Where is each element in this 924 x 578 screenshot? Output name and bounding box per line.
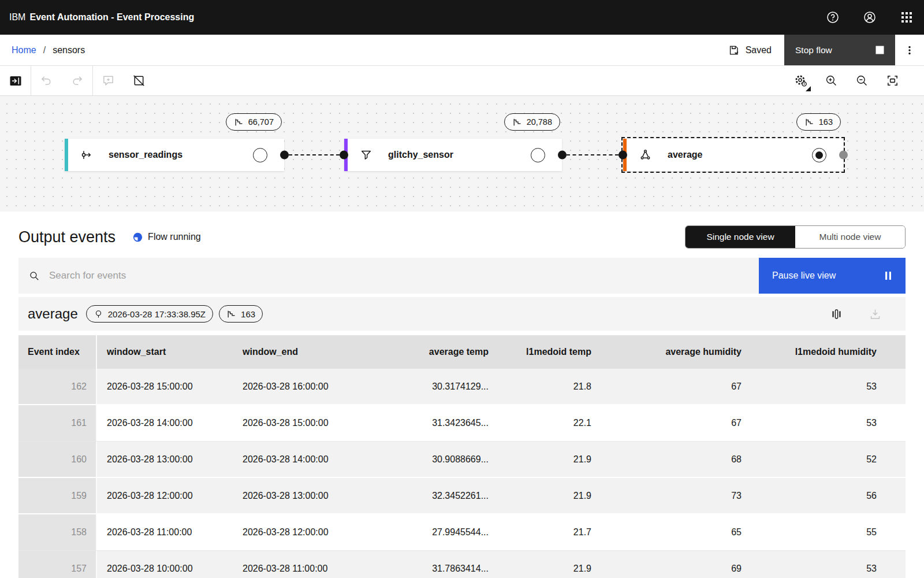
cell-window-start: 2026-03-28 15:00:00 (97, 369, 232, 404)
selected-node-name: average (28, 306, 78, 322)
brand-prefix: IBM (9, 12, 25, 22)
single-node-view-tab[interactable]: Single node view (685, 226, 795, 248)
cell-event-index: 161 (18, 405, 97, 441)
table-row[interactable]: 157 2026-03-28 10:00:00 2026-03-28 11:00… (18, 551, 906, 578)
cell-window-end: 2026-03-28 14:00:00 (232, 442, 370, 477)
breadcrumb-home-link[interactable]: Home (12, 45, 36, 55)
column-header: l1medoid temp (498, 335, 608, 369)
cell-average-humidity: 67 (608, 369, 757, 404)
brand-name: Event Automation - Event Processing (29, 12, 194, 22)
window-time-icon (94, 309, 103, 319)
node-label: glitchy_sensor (388, 150, 453, 160)
node-count-badge: 20,788 (504, 113, 560, 131)
cell-average-temp: 30.9088669... (370, 442, 498, 477)
table-row[interactable]: 158 2026-03-28 11:00:00 2026-03-28 12:00… (18, 514, 906, 551)
output-events-table: Event index window_start window_end aver… (18, 335, 906, 578)
input-port[interactable] (340, 151, 348, 160)
node-select-radio[interactable] (253, 148, 267, 162)
zoom-out-button[interactable] (847, 66, 877, 95)
step-chart-icon (234, 117, 244, 127)
cell-l1medoid-temp: 21.9 (498, 478, 608, 513)
cell-event-index: 157 (18, 551, 97, 578)
cell-window-end: 2026-03-28 11:00:00 (232, 551, 370, 578)
cell-window-end: 2026-03-28 13:00:00 (232, 478, 370, 513)
column-header: window_end (232, 335, 370, 369)
pause-live-view-label: Pause live view (772, 271, 836, 281)
aggregate-icon (639, 149, 652, 162)
table-row[interactable]: 161 2026-03-28 14:00:00 2026-03-28 15:00… (18, 405, 906, 442)
redo-button[interactable] (62, 66, 92, 95)
cell-window-start: 2026-03-28 10:00:00 (97, 551, 232, 578)
multi-node-view-tab[interactable]: Multi node view (795, 226, 905, 248)
overflow-menu-button[interactable] (895, 35, 924, 65)
column-header: window_start (97, 335, 232, 369)
download-button[interactable] (869, 308, 881, 320)
header-actions (826, 10, 914, 24)
event-processing-app: IBMEvent Automation - Event Processing (0, 0, 924, 578)
search-input[interactable] (49, 270, 748, 281)
connection-wire (567, 154, 619, 155)
zoom-in-button[interactable] (816, 66, 847, 95)
node-sensor-readings[interactable]: sensor_readings (65, 139, 284, 171)
node-count-value: 66,707 (248, 117, 274, 127)
flow-canvas[interactable]: 66,707 20,788 163 (0, 96, 924, 212)
cell-l1medoid-humidity: 52 (757, 442, 906, 477)
undo-button[interactable] (31, 66, 62, 95)
output-port[interactable] (280, 151, 289, 160)
cell-l1medoid-humidity: 56 (757, 478, 906, 513)
event-search[interactable] (18, 258, 759, 294)
cell-average-temp: 30.3174129... (370, 369, 498, 404)
event-count-badge: 163 (219, 305, 263, 323)
cell-event-index: 159 (18, 478, 97, 513)
timestamp-badge: 2026-03-28 17:33:38.95Z (86, 305, 213, 323)
download-icon (869, 308, 881, 320)
selected-node-bar: average 2026-03-28 17:33:38.95Z 163 (18, 297, 906, 331)
breadcrumb-current: sensors (53, 45, 85, 55)
node-glitchy-sensor[interactable]: glitchy_sensor (344, 139, 562, 171)
pause-live-view-button[interactable]: Pause live view (759, 258, 906, 294)
node-select-radio[interactable] (812, 148, 826, 162)
node-label: average (668, 150, 703, 160)
node-count-badge: 163 (796, 113, 841, 131)
step-chart-icon (512, 117, 522, 127)
cell-average-humidity: 73 (608, 478, 757, 513)
cell-window-end: 2026-03-28 12:00:00 (232, 514, 370, 550)
cell-average-temp: 32.3452261... (370, 478, 498, 513)
cell-window-start: 2026-03-28 14:00:00 (97, 405, 232, 441)
table-row[interactable]: 162 2026-03-28 15:00:00 2026-03-28 16:00… (18, 369, 906, 405)
source-icon (80, 149, 93, 161)
cell-event-index: 162 (18, 369, 97, 404)
add-comment-button[interactable] (93, 66, 124, 95)
cell-average-temp: 27.9945544... (370, 514, 498, 550)
node-count-value: 20,788 (527, 117, 552, 127)
open-panel-button[interactable] (0, 66, 31, 95)
fit-to-screen-button[interactable] (877, 66, 908, 95)
table-header-row: Event index window_start window_end aver… (18, 335, 906, 369)
output-port[interactable] (558, 151, 567, 160)
output-port[interactable] (839, 151, 848, 160)
help-icon[interactable] (826, 10, 840, 24)
node-average[interactable]: average (623, 139, 843, 171)
table-row[interactable]: 160 2026-03-28 13:00:00 2026-03-28 14:00… (18, 442, 906, 478)
node-select-radio[interactable] (531, 148, 545, 162)
cell-l1medoid-humidity: 53 (757, 369, 906, 404)
deselect-button[interactable] (124, 66, 154, 95)
user-avatar-icon[interactable] (863, 10, 877, 24)
node-view-switcher: Single node view Multi node view (685, 225, 906, 249)
dropdown-caret-icon (806, 86, 811, 91)
column-settings-button[interactable] (830, 308, 843, 320)
input-port[interactable] (619, 151, 627, 160)
breadcrumb-separator: / (43, 45, 46, 55)
cell-average-humidity: 68 (608, 442, 757, 477)
column-header: average humidity (608, 335, 757, 369)
cell-event-index: 160 (18, 442, 97, 477)
table-row[interactable]: 159 2026-03-28 12:00:00 2026-03-28 13:00… (18, 478, 906, 514)
step-chart-icon (804, 117, 814, 127)
stop-flow-button[interactable]: Stop flow (784, 35, 895, 65)
timestamp-value: 2026-03-28 17:33:38.95Z (108, 309, 206, 319)
view-settings-button[interactable] (785, 66, 816, 95)
cell-window-end: 2026-03-28 16:00:00 (232, 369, 370, 404)
node-label: sensor_readings (109, 150, 182, 160)
kebab-icon (904, 45, 915, 55)
app-switcher-icon[interactable] (900, 10, 914, 24)
